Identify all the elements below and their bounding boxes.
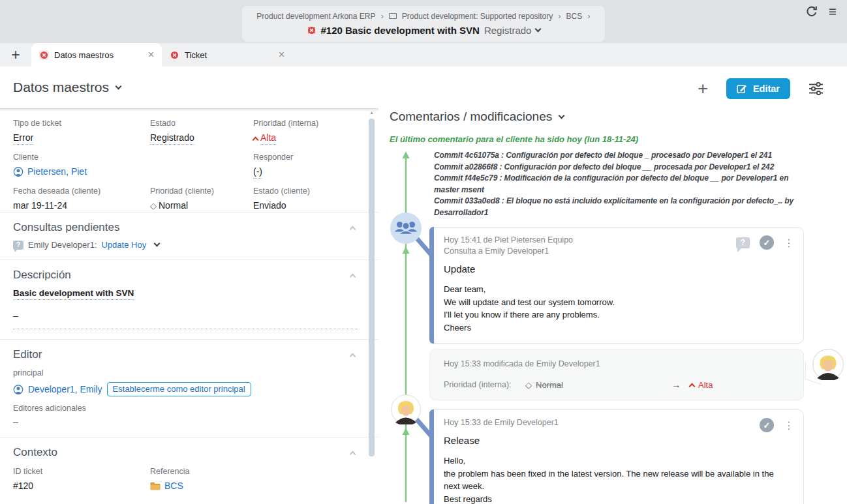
ticket-id-label: ID ticket xyxy=(13,467,150,476)
scrollbar-up-arrow[interactable]: ▲ xyxy=(369,110,375,115)
modification-card: Hoy 15:33 modificada de Emily Developer1… xyxy=(429,349,804,400)
comments-title: Comentarios / modificaciones xyxy=(390,110,552,124)
description-value[interactable]: Basic development with SVN xyxy=(13,288,134,300)
folder-icon xyxy=(150,482,161,490)
comment-accent-bar xyxy=(429,227,434,344)
comment-title: Update xyxy=(444,263,790,274)
tab-bar: + Datos maestros × Ticket × xyxy=(0,43,847,67)
collapse-icon[interactable] xyxy=(350,353,356,359)
field-label: Fecha deseada (cliente) xyxy=(13,186,150,196)
tab-label: Datos maestros xyxy=(54,50,114,60)
collapse-icon[interactable] xyxy=(350,273,356,280)
bug-icon xyxy=(39,50,49,60)
additional-editors-value[interactable]: – xyxy=(13,417,365,427)
field-label: Estado (cliente) xyxy=(253,186,355,196)
comment-card-update: Hoy 15:41 de Piet Pietersen Equipo Consu… xyxy=(429,227,804,344)
breadcrumb-bcs[interactable]: BCS xyxy=(566,12,583,21)
pending-query-item: ? Emily Developer1: Update Hoy xyxy=(13,240,365,250)
breadcrumb-separator: › xyxy=(558,11,561,21)
set-me-as-editor-button[interactable]: Establecerme como editor principal xyxy=(107,382,251,396)
refresh-icon[interactable] xyxy=(805,5,818,18)
breadcrumb-separator: › xyxy=(380,11,383,21)
priority-client-value[interactable]: Normal xyxy=(159,200,188,211)
desired-date-value[interactable]: mar 19-11-24 xyxy=(13,200,67,211)
add-tab-button[interactable]: + xyxy=(0,43,31,67)
priority-high-icon xyxy=(253,137,259,143)
comment-title: Release xyxy=(444,435,790,446)
hamburger-menu-icon[interactable]: ≡ xyxy=(829,5,837,18)
mark-done-icon[interactable]: ✓ xyxy=(760,235,774,250)
section-description: Descripción Basic development with SVN – xyxy=(0,259,378,339)
new-value: Alta xyxy=(690,380,713,390)
field-label: Prioridad (cliente) xyxy=(150,186,253,196)
comments-panel: + Editar Comentarios / modificaciones El xyxy=(378,67,847,504)
kebab-menu-icon[interactable]: ⋮ xyxy=(784,237,794,249)
master-data-body: Tipo de ticket Error Estado Registrado P… xyxy=(0,108,378,504)
ticket-type-value[interactable]: Error xyxy=(13,132,33,145)
chevron-down-icon[interactable] xyxy=(154,241,161,247)
close-tab-icon[interactable]: × xyxy=(148,49,154,61)
emily-avatar xyxy=(391,394,421,427)
priority-internal-value[interactable]: Alta xyxy=(260,132,276,145)
team-avatar xyxy=(390,213,422,246)
close-tab-icon[interactable]: × xyxy=(279,49,285,61)
comment-body: Dear team, We will update and test our s… xyxy=(444,283,790,334)
tab-label: Ticket xyxy=(185,50,207,60)
priority-normal-icon: ◇ xyxy=(150,201,157,211)
mark-done-icon[interactable]: ✓ xyxy=(760,418,774,432)
query-bubble-icon[interactable]: ? xyxy=(736,237,750,248)
commit-line: Commit f44e5c79 : Modificación de la con… xyxy=(434,173,804,196)
reference-label: Referencia xyxy=(150,467,365,476)
modified-field-label: Prioridad (interna): xyxy=(444,380,525,389)
tab-datos-maestros[interactable]: Datos maestros × xyxy=(31,43,162,67)
old-value: ◇ Normal xyxy=(525,380,662,390)
kebab-menu-icon[interactable]: ⋮ xyxy=(784,419,794,432)
ticket-status[interactable]: Registrado xyxy=(484,25,532,36)
change-arrow-icon: → xyxy=(671,379,681,390)
principal-editor-link[interactable]: Developer1, Emily xyxy=(28,384,102,394)
section-title: Editor xyxy=(13,348,42,361)
dotted-divider xyxy=(13,329,358,329)
left-panel-scrollbar[interactable]: ▲ xyxy=(369,110,375,503)
principal-label: principal xyxy=(13,368,365,378)
tab-ticket[interactable]: Ticket × xyxy=(162,43,292,67)
breadcrumb-separator: › xyxy=(587,11,590,21)
priority-high-icon xyxy=(689,383,696,389)
person-icon xyxy=(13,385,23,394)
breadcrumb-project[interactable]: Product development Arkona ERP xyxy=(256,12,375,21)
commit-line: Commit 033a0ed8 : El bloque no está incl… xyxy=(434,196,804,218)
modification-meta: Hoy 15:33 modificada de Emily Developer1 xyxy=(444,359,790,370)
breadcrumb-subproject[interactable]: Product development: Supported repositor… xyxy=(402,12,553,21)
description-empty[interactable]: – xyxy=(13,310,365,321)
field-label: Prioridad (interna) xyxy=(253,119,355,128)
add-comment-button[interactable]: + xyxy=(698,80,708,97)
chevron-down-icon[interactable] xyxy=(535,26,542,33)
bug-icon xyxy=(307,25,316,35)
client-link[interactable]: Pietersen, Piet xyxy=(27,166,87,177)
status-client-value[interactable]: Enviado xyxy=(253,200,286,211)
collapse-icon[interactable] xyxy=(350,451,356,457)
comment-body: Hello, the problem has been fixed in the… xyxy=(444,454,790,504)
comment-accent-bar xyxy=(429,409,434,504)
field-label: Estado xyxy=(150,119,253,128)
chevron-down-icon[interactable] xyxy=(559,112,565,119)
section-title: Contexto xyxy=(13,446,57,459)
reference-link[interactable]: BCS xyxy=(164,481,183,491)
edit-button[interactable]: Editar xyxy=(726,78,790,99)
filter-settings-icon[interactable] xyxy=(808,82,824,95)
collapse-icon[interactable] xyxy=(350,226,356,232)
ticket-id-value: #120 xyxy=(13,481,33,491)
query-link[interactable]: Update Hoy xyxy=(102,240,147,250)
responder-value[interactable]: (-) xyxy=(253,166,262,179)
scrollbar-thumb[interactable] xyxy=(369,119,375,456)
breadcrumb-card: Product development Arkona ERP › Product… xyxy=(242,6,604,42)
chevron-down-icon[interactable] xyxy=(116,83,122,89)
field-label: Tipo de ticket xyxy=(13,119,150,128)
ticket-title: #120 Basic development with SVN xyxy=(321,25,480,36)
status-value[interactable]: Registrado xyxy=(150,132,194,145)
commit-line: Commit a02866f8 : Configuración por defe… xyxy=(434,162,804,173)
comment-meta: Hoy 15:33 de Emily Developer1 xyxy=(444,417,790,428)
section-pending-queries: Consultas pendientes ? Emily Developer1:… xyxy=(0,212,378,259)
breadcrumb: Product development Arkona ERP › Product… xyxy=(256,11,590,21)
query-user: Emily Developer1: xyxy=(28,240,97,250)
